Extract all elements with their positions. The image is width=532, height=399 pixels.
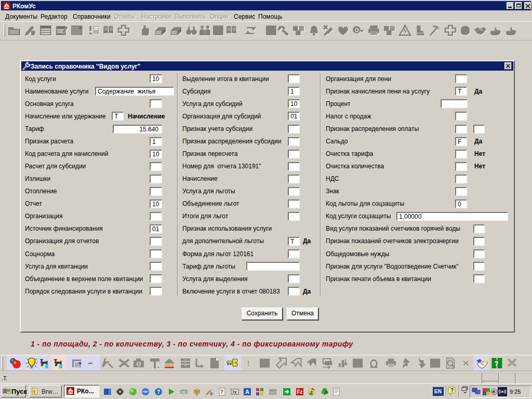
svg-text:Fz: Fz — [297, 389, 303, 395]
svg-text:A: A — [245, 389, 249, 395]
svg-text:?: ? — [220, 389, 223, 395]
svg-text:?: ? — [157, 389, 160, 395]
svg-text:?: ? — [495, 360, 499, 367]
svg-text:?: ? — [450, 388, 454, 393]
svg-text:D: D — [355, 28, 359, 33]
svg-text:HD: HD — [181, 390, 187, 394]
svg-text:7z: 7z — [232, 390, 236, 394]
